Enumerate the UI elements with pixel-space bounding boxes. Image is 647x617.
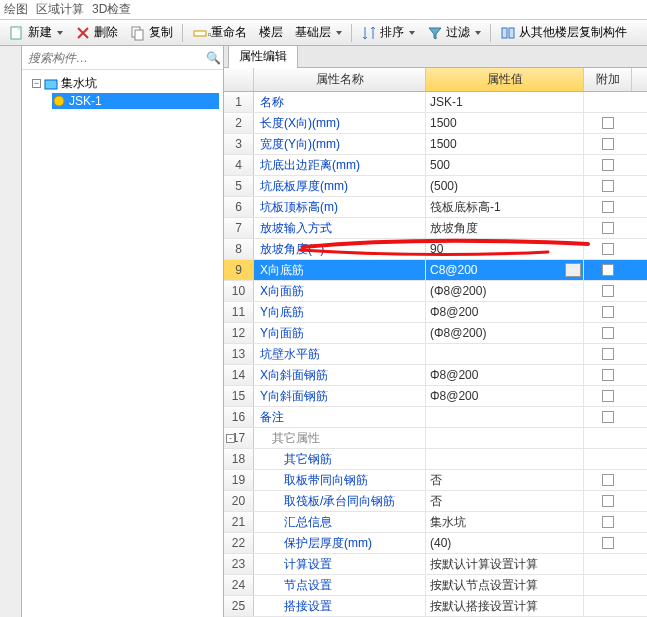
- property-value[interactable]: 500: [426, 155, 584, 175]
- extra-cell: [584, 264, 632, 276]
- delete-button[interactable]: 删除: [70, 21, 123, 44]
- property-value[interactable]: 否: [426, 470, 584, 490]
- property-value[interactable]: JSK-1: [426, 92, 584, 112]
- property-value[interactable]: Φ8@200: [426, 365, 584, 385]
- property-value[interactable]: 1500: [426, 134, 584, 154]
- col-header-value[interactable]: 属性值: [426, 68, 584, 91]
- property-row[interactable]: 14X向斜面钢筋Φ8@200: [224, 365, 647, 386]
- extra-cell: [584, 327, 632, 339]
- extra-checkbox[interactable]: [602, 285, 614, 297]
- property-value[interactable]: C8@200⋯: [426, 260, 584, 280]
- property-row[interactable]: 1名称JSK-1: [224, 92, 647, 113]
- extra-checkbox[interactable]: [602, 348, 614, 360]
- extra-checkbox[interactable]: [602, 138, 614, 150]
- extra-checkbox[interactable]: [602, 117, 614, 129]
- search-input[interactable]: [22, 51, 203, 65]
- copy-from-floor-button[interactable]: 从其他楼层复制构件: [495, 21, 632, 44]
- extra-checkbox[interactable]: [602, 222, 614, 234]
- extra-checkbox[interactable]: [602, 327, 614, 339]
- property-row[interactable]: 2长度(X向)(mm)1500: [224, 113, 647, 134]
- property-value[interactable]: [426, 449, 584, 469]
- property-value[interactable]: 放坡角度: [426, 218, 584, 238]
- property-value[interactable]: 按默认搭接设置计算: [426, 596, 584, 616]
- grid-body: 1名称JSK-12长度(X向)(mm)15003宽度(Y向)(mm)15004坑…: [224, 92, 647, 617]
- extra-checkbox[interactable]: [602, 537, 614, 549]
- extra-checkbox[interactable]: [602, 159, 614, 171]
- property-row[interactable]: 3宽度(Y向)(mm)1500: [224, 134, 647, 155]
- property-row[interactable]: 7放坡输入方式放坡角度: [224, 218, 647, 239]
- base-floor-button[interactable]: 基础层: [290, 21, 347, 44]
- pin-icon[interactable]: ▫ ×: [208, 28, 221, 40]
- property-row[interactable]: 18其它钢筋: [224, 449, 647, 470]
- property-value[interactable]: (Φ8@200): [426, 281, 584, 301]
- property-row[interactable]: 20取筏板/承台同向钢筋否: [224, 491, 647, 512]
- filter-button[interactable]: 过滤: [422, 21, 486, 44]
- extra-checkbox[interactable]: [602, 180, 614, 192]
- col-header-name[interactable]: 属性名称: [254, 68, 426, 91]
- property-value[interactable]: [426, 407, 584, 427]
- property-row[interactable]: 9X向底筋C8@200⋯: [224, 260, 647, 281]
- property-value[interactable]: 筏板底标高-1: [426, 197, 584, 217]
- property-row[interactable]: 12Y向面筋(Φ8@200): [224, 323, 647, 344]
- property-value[interactable]: 否: [426, 491, 584, 511]
- property-row[interactable]: 11Y向底筋Φ8@200: [224, 302, 647, 323]
- tab-property-edit[interactable]: 属性编辑: [228, 46, 298, 68]
- property-row[interactable]: 5坑底板厚度(mm)(500): [224, 176, 647, 197]
- property-value[interactable]: 1500: [426, 113, 584, 133]
- extra-checkbox[interactable]: [602, 516, 614, 528]
- property-row[interactable]: 6坑板顶标高(m)筏板底标高-1: [224, 197, 647, 218]
- extra-checkbox[interactable]: [602, 306, 614, 318]
- extra-checkbox[interactable]: [602, 243, 614, 255]
- filter-icon: [427, 25, 443, 41]
- property-row[interactable]: 24节点设置按默认节点设置计算: [224, 575, 647, 596]
- property-row[interactable]: 25搭接设置按默认搭接设置计算: [224, 596, 647, 617]
- floor-button[interactable]: 楼层: [254, 21, 288, 44]
- property-row[interactable]: 10X向面筋(Φ8@200): [224, 281, 647, 302]
- extra-checkbox[interactable]: [602, 201, 614, 213]
- collapse-icon[interactable]: −: [32, 79, 41, 88]
- more-icon[interactable]: ⋯: [565, 263, 581, 277]
- property-value[interactable]: (500): [426, 176, 584, 196]
- tree-node-root[interactable]: − 集水坑: [32, 74, 219, 93]
- extra-checkbox[interactable]: [602, 264, 614, 276]
- extra-checkbox[interactable]: [602, 390, 614, 402]
- new-button[interactable]: 新建: [4, 21, 68, 44]
- property-row[interactable]: 17-其它属性: [224, 428, 647, 449]
- collapse-icon[interactable]: -: [226, 434, 235, 443]
- property-row[interactable]: 19取板带同向钢筋否: [224, 470, 647, 491]
- property-value[interactable]: Φ8@200: [426, 302, 584, 322]
- extra-cell: [584, 201, 632, 213]
- menu-item[interactable]: 3D检查: [92, 1, 131, 18]
- property-value[interactable]: [426, 428, 584, 448]
- property-value[interactable]: Φ8@200: [426, 386, 584, 406]
- property-row[interactable]: 21汇总信息集水坑: [224, 512, 647, 533]
- menu-item[interactable]: 绘图: [4, 1, 28, 18]
- sort-icon: [361, 25, 377, 41]
- property-value[interactable]: 按默认计算设置计算: [426, 554, 584, 574]
- menu-item[interactable]: 区域计算: [36, 1, 84, 18]
- property-value[interactable]: [426, 344, 584, 364]
- extra-checkbox[interactable]: [602, 369, 614, 381]
- property-value[interactable]: 90: [426, 239, 584, 259]
- property-row[interactable]: 22保护层厚度(mm)(40): [224, 533, 647, 554]
- extra-checkbox[interactable]: [602, 411, 614, 423]
- tree-node-item[interactable]: JSK-1: [52, 93, 219, 109]
- property-row[interactable]: 23计算设置按默认计算设置计算: [224, 554, 647, 575]
- property-value[interactable]: (Φ8@200): [426, 323, 584, 343]
- extra-checkbox[interactable]: [602, 474, 614, 486]
- property-value[interactable]: 按默认节点设置计算: [426, 575, 584, 595]
- sort-button[interactable]: 排序: [356, 21, 420, 44]
- property-row[interactable]: 16备注: [224, 407, 647, 428]
- extra-checkbox[interactable]: [602, 495, 614, 507]
- property-value[interactable]: (40): [426, 533, 584, 553]
- col-header-extra[interactable]: 附加: [584, 68, 632, 91]
- search-icon[interactable]: 🔍: [203, 51, 223, 65]
- property-row[interactable]: 4坑底出边距离(mm)500: [224, 155, 647, 176]
- extra-cell: [584, 180, 632, 192]
- copy-button[interactable]: 复制: [125, 21, 178, 44]
- chevron-down-icon: [409, 31, 415, 35]
- property-value[interactable]: 集水坑: [426, 512, 584, 532]
- property-row[interactable]: 8放坡角度(° )90: [224, 239, 647, 260]
- property-row[interactable]: 15Y向斜面钢筋Φ8@200: [224, 386, 647, 407]
- property-row[interactable]: 13坑壁水平筋: [224, 344, 647, 365]
